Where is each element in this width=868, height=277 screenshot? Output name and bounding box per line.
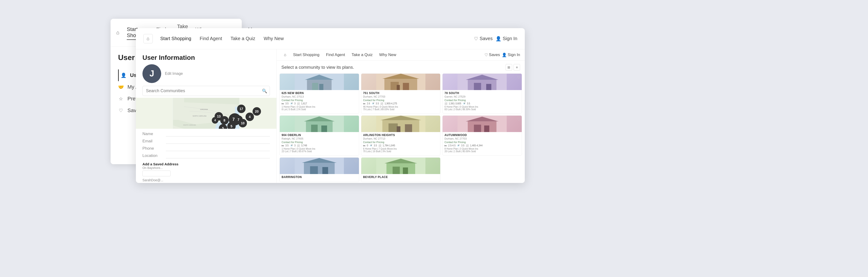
card-content-751-south: 751 SOUTH Durham, NC 27703 Contact for P… xyxy=(361,90,440,112)
map-marker-17[interactable]: 17 xyxy=(237,105,246,113)
sqft-icon-751: ⬜ xyxy=(380,102,383,105)
bath-icon-904: 🚿 xyxy=(290,144,293,147)
email-display: SarahDoe@... xyxy=(136,177,276,183)
card-heart-625-new-bern[interactable]: ♡ xyxy=(354,75,358,80)
svg-rect-49 xyxy=(393,167,400,174)
card-image-wrapper-autumnwood: ♡ xyxy=(442,116,522,132)
main-nav-find-agent[interactable]: Find Agent xyxy=(197,35,225,42)
community-search-input[interactable] xyxy=(143,86,270,96)
svg-rect-37 xyxy=(468,121,497,132)
card-heart-beverly-place[interactable]: ♡ xyxy=(436,159,439,164)
main-nav-why-new[interactable]: Why New xyxy=(261,35,287,42)
svg-text:NORTH CAROLINA: NORTH CAROLINA xyxy=(193,115,207,117)
main-content: User Information J Edit Image 🔍 xyxy=(136,49,525,183)
card-name-904-oberlin: 904 OBERLIN xyxy=(282,134,357,137)
bath-icon-autumnwood: 🚿 xyxy=(457,144,460,147)
map-marker-10[interactable]: 10 xyxy=(239,119,247,127)
svg-rect-12 xyxy=(312,83,318,90)
card-content-beverly-place: BEVERLY PLACE xyxy=(361,174,440,181)
inner-find-agent[interactable]: Find Agent xyxy=(323,52,347,58)
avatar-subtitle[interactable]: Edit Image xyxy=(165,72,183,76)
card-heart-78-south[interactable]: ♡ xyxy=(517,75,520,80)
svg-rect-13 xyxy=(319,84,323,90)
main-nav-home-button[interactable]: ⌂ xyxy=(144,34,153,44)
card-content-904-oberlin: 904 OBERLIN Raleigh, NC 27605 Contact fo… xyxy=(280,132,359,154)
location-input[interactable] xyxy=(166,153,270,158)
bath-icon-78: 🚿 xyxy=(463,102,466,105)
user-nav-icon: 👤 xyxy=(496,36,501,41)
community-card-arlington-heights[interactable]: ♡ ARLINGTON HEIGHTS Durham, NC 27713 Con… xyxy=(361,115,441,156)
card-stats-751-south: 46 Home Plan | 0 Quick Move-Ins 79 Lots … xyxy=(363,106,439,111)
svg-rect-35 xyxy=(397,127,400,132)
sqft-icon: ⬜ xyxy=(297,102,300,105)
inner-why-new[interactable]: Why New xyxy=(377,52,399,58)
card-name-625-new-bern: 625 NEW BERN xyxy=(282,91,357,95)
card-specs-904-oberlin: 🛏3.5 🚿3 ⬜3,748 xyxy=(282,144,357,147)
main-nav-sign-in[interactable]: 👤 Sign In xyxy=(496,36,517,41)
sqft-icon-arlington: ⬜ xyxy=(378,144,381,147)
communities-prompt: Select a community to view its plans. xyxy=(281,65,354,70)
card-pricing-751-south: Contact for Pricing xyxy=(363,99,439,102)
inner-saves[interactable]: ♡ Saves xyxy=(485,53,500,57)
user-info-header: User Information xyxy=(136,49,276,64)
community-card-autumnwood[interactable]: ♡ AUTUMNWOOD Durham, NC 27703 Contact fo… xyxy=(442,115,522,156)
card-location-78-south: Garner, NC 27529 xyxy=(444,95,520,98)
main-nav-start-shopping[interactable]: Start Shopping xyxy=(157,35,194,42)
community-card-beverly-place[interactable]: ♡ BEVERLY PLACE xyxy=(361,157,441,182)
main-nav-saves[interactable]: ♡ Saves xyxy=(474,36,493,41)
card-heart-autumnwood[interactable]: ♡ xyxy=(517,117,520,121)
inner-heart-icon: ♡ xyxy=(485,53,488,57)
form-row-phone: Phone xyxy=(143,146,270,151)
community-card-barrington[interactable]: ♡ BARRINGTON xyxy=(279,157,359,182)
grid-view-button[interactable]: ⊞ xyxy=(505,64,512,71)
add-address-subtitle: On Bayshore... xyxy=(143,166,270,170)
phone-input[interactable] xyxy=(166,146,270,151)
form-fields: Name Email Phone Location xyxy=(136,129,276,160)
community-image-arlington-heights xyxy=(361,116,440,132)
map-area[interactable]: VIRGINIA NORTH CAROLINA SOUTH CAROLINA 1… xyxy=(136,98,276,129)
svg-rect-45 xyxy=(322,167,328,174)
inner-home-icon[interactable]: ⌂ xyxy=(281,51,289,59)
form-row-location: Location xyxy=(143,153,270,158)
map-background: VIRGINIA NORTH CAROLINA SOUTH CAROLINA 1… xyxy=(136,98,276,129)
card-heart-arlington-heights[interactable]: ♡ xyxy=(436,117,439,121)
community-card-625-new-bern[interactable]: ♡ 625 NEW BERN Durham, NC 27513 Contact … xyxy=(279,74,359,113)
svg-rect-26 xyxy=(306,121,333,132)
map-marker-8[interactable]: 8 xyxy=(220,116,229,124)
card-image-wrapper-78: ♡ xyxy=(442,74,522,90)
avatar: J xyxy=(143,64,161,83)
community-card-904-oberlin[interactable]: ♡ 904 OBERLIN Raleigh, NC 27605 Contact … xyxy=(279,115,359,156)
svg-rect-42 xyxy=(304,163,335,174)
community-card-78-south[interactable]: ♡ 78 SOUTH Garner, NC 27529 Contact for … xyxy=(442,74,522,113)
bed-icon: 🛏 xyxy=(282,102,284,105)
address-input[interactable] xyxy=(143,170,170,176)
card-stats-arlington-heights: 6 Home Plan | 7 Quick Move-Ins 70 Lots |… xyxy=(363,147,439,153)
community-image-78-south xyxy=(442,74,522,90)
card-heart-904-oberlin[interactable]: ♡ xyxy=(354,117,358,121)
card-stats-78-south: 6 Home Plan | 0 Quick Move-Ins 83 Lots |… xyxy=(444,106,520,111)
back-nav-home-icon[interactable]: ⌂ xyxy=(116,29,119,36)
email-input[interactable] xyxy=(166,138,270,144)
community-card-751-south[interactable]: ♡ 751 SOUTH Durham, NC 27703 Contact for… xyxy=(361,74,441,113)
inner-take-quiz[interactable]: Take a Quiz xyxy=(349,52,375,58)
inner-sign-in[interactable]: 👤 Sign In xyxy=(502,53,520,57)
map-marker-4b[interactable]: 4 xyxy=(212,117,218,123)
card-location-751-south: Durham, NC 27703 xyxy=(363,95,439,98)
list-view-button[interactable]: ≡ xyxy=(514,64,520,71)
card-content-autumnwood: AUTUMNWOOD Durham, NC 27703 Contact for … xyxy=(442,132,522,154)
sqft-icon-904: ⬜ xyxy=(297,144,300,147)
name-input[interactable] xyxy=(166,131,270,137)
card-specs-78-south: ⬜1,561-3,605 🚿3.5 xyxy=(444,102,520,105)
map-marker-5a[interactable]: 5 xyxy=(227,122,236,129)
search-icon: 🔍 xyxy=(262,88,267,93)
map-marker-20[interactable]: 20 xyxy=(253,107,261,116)
card-heart-barrington[interactable]: ♡ xyxy=(354,159,358,164)
add-address-title: Add a Saved Address xyxy=(143,162,270,166)
inner-user-icon: 👤 xyxy=(502,53,507,57)
svg-rect-44 xyxy=(310,166,318,174)
inner-start-shopping[interactable]: Start Shopping xyxy=(291,52,322,58)
svg-rect-50 xyxy=(403,167,408,174)
card-heart-751-south[interactable]: ♡ xyxy=(436,75,439,80)
card-image-wrapper-barrington: ♡ xyxy=(280,158,359,174)
main-nav-take-quiz[interactable]: Take a Quiz xyxy=(228,35,258,42)
